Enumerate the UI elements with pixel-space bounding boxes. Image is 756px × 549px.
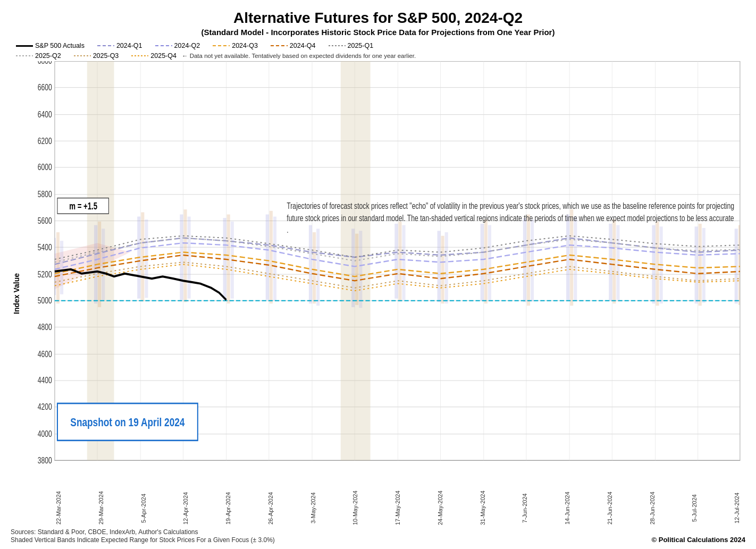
legend-line-2024q2 <box>155 45 172 46</box>
x-label-11: 7-Jun-2024 <box>522 490 528 526</box>
y-axis-label: Index Value <box>11 61 22 526</box>
svg-text:4600: 4600 <box>38 349 52 359</box>
chart-area: Index Value <box>11 61 745 526</box>
svg-rect-56 <box>102 229 105 300</box>
svg-text:5800: 5800 <box>38 190 52 199</box>
legend-label-2025q1: 2025-Q1 <box>348 42 374 49</box>
svg-text:6200: 6200 <box>38 136 52 146</box>
svg-text:5400: 5400 <box>38 242 52 252</box>
x-label-14: 28-Jun-2024 <box>649 490 656 526</box>
snapshot-text: Snapshot on 19 April 2024 <box>70 416 185 429</box>
legend-label-2024q3: 2024-Q3 <box>232 42 258 49</box>
svg-rect-51 <box>53 238 56 295</box>
svg-text:5200: 5200 <box>38 269 52 279</box>
legend-label-2025q4: 2025-Q4 <box>150 52 177 60</box>
svg-rect-62 <box>188 216 191 298</box>
x-label-13: 21-Jun-2024 <box>607 490 613 526</box>
legend-label-2024q2: 2024-Q2 <box>174 42 200 49</box>
svg-text:6000: 6000 <box>38 163 52 172</box>
legend-line-2024q4 <box>271 45 288 46</box>
x-label-12: 14-Jun-2024 <box>564 490 570 526</box>
x-axis-labels: 22-Mar-2024 29-Mar-2024 5-Apr-2024 12-Ap… <box>22 489 745 526</box>
svg-text:4200: 4200 <box>38 402 52 411</box>
legend-label-actuals: S&P 500 Actuals <box>35 42 85 49</box>
svg-text:4400: 4400 <box>38 376 52 385</box>
chart-svg: 6800 6600 6400 6200 6000 <box>22 61 745 489</box>
m-label-text: m = +1.5 <box>69 201 97 211</box>
svg-text:3800: 3800 <box>38 455 52 465</box>
x-label-8: 17-May-2024 <box>394 490 401 526</box>
svg-text:4000: 4000 <box>38 429 52 438</box>
legend-label-2024q1: 2024-Q1 <box>116 42 142 49</box>
legend-line-2025q1 <box>329 45 346 46</box>
svg-text:5600: 5600 <box>38 216 52 225</box>
page-title: Alternative Futures for S&P 500, 2024-Q2 <box>11 10 745 27</box>
page-subtitle: (Standard Model - Incorporates Historic … <box>11 28 745 37</box>
chart-inner: 6800 6600 6400 6200 6000 <box>22 61 745 489</box>
svg-text:5000: 5000 <box>38 296 52 306</box>
legend-line-2024q1 <box>97 45 114 46</box>
svg-text:6600: 6600 <box>38 82 52 92</box>
x-label-15: 5-Jul-2024 <box>691 490 698 526</box>
legend-label-2025q3: 2025-Q3 <box>93 52 119 60</box>
svg-text:4800: 4800 <box>38 322 52 332</box>
svg-rect-59 <box>145 219 148 298</box>
x-label-10: 31-May-2024 <box>480 490 486 526</box>
legend-note: ← Data not yet available. Tentatively ba… <box>182 53 416 59</box>
x-label-0: 22-Mar-2024 <box>55 490 62 526</box>
legend-line-2024q3 <box>213 45 230 46</box>
legend-line-2025q4 <box>131 55 148 56</box>
legend-row-1: S&P 500 Actuals 2024-Q1 2024-Q2 2024-Q3 … <box>11 41 745 50</box>
legend-label-2025q2: 2025-Q2 <box>35 52 61 60</box>
footer-copyright: © Political Calculations 2024 <box>652 536 745 544</box>
x-label-7: 10-May-2024 <box>352 490 358 526</box>
svg-rect-66 <box>266 214 269 300</box>
footer-sources: Sources: Standard & Poor, CBOE, IndexArb… <box>11 528 275 536</box>
legend-line-2025q3 <box>74 55 91 56</box>
x-label-5: 26-Apr-2024 <box>267 490 274 526</box>
svg-text:6800: 6800 <box>38 61 52 66</box>
x-label-9: 24-May-2024 <box>437 490 443 526</box>
svg-rect-67 <box>270 211 273 303</box>
x-label-1: 29-Mar-2024 <box>98 490 104 526</box>
x-label-3: 12-Apr-2024 <box>182 490 189 526</box>
legend-line-actuals <box>16 45 33 47</box>
footer-note: Shaded Vertical Bands Indicate Expected … <box>11 536 275 544</box>
svg-text:6400: 6400 <box>38 109 52 119</box>
legend-row-2: 2025-Q2 2025-Q3 2025-Q4 ← Data not yet a… <box>11 51 745 61</box>
x-label-4: 19-Apr-2024 <box>225 490 231 526</box>
legend-line-2025q2 <box>16 55 33 56</box>
x-label-2: 5-Apr-2024 <box>140 490 147 526</box>
footer: Sources: Standard & Poor, CBOE, IndexArb… <box>11 526 745 544</box>
svg-rect-68 <box>273 216 276 300</box>
x-label-16: 12-Jul-2024 <box>734 490 740 526</box>
svg-rect-60 <box>180 214 183 300</box>
x-label-6: 3-May-2024 <box>310 490 316 526</box>
legend-label-2024q4: 2024-Q4 <box>290 42 316 49</box>
